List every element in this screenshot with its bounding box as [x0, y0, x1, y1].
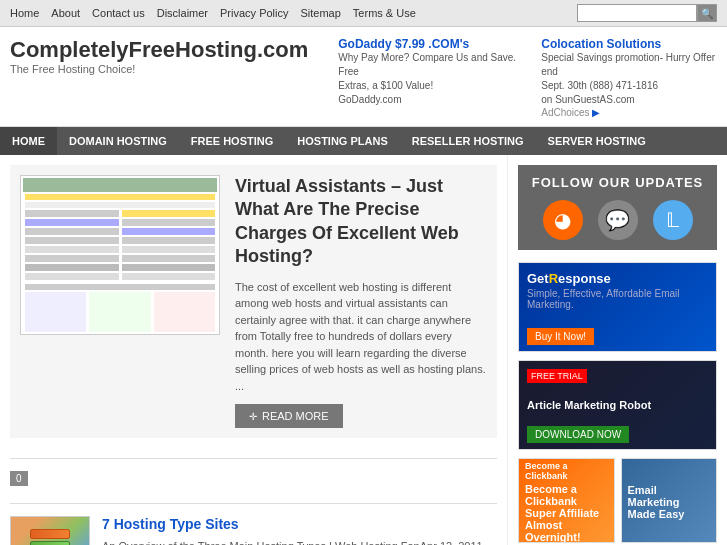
rss-icon[interactable]: ◕: [543, 200, 583, 240]
getresponse-tagline: Simple, Effective, Affordable Email Mark…: [527, 288, 708, 310]
article-thumb-image: [10, 516, 90, 545]
nav-disclaimer[interactable]: Disclaimer: [157, 7, 208, 19]
top-navigation: Home About Contact us Disclaimer Privacy…: [0, 0, 727, 27]
follow-updates-box: FOLLOW OUR UPDATES ◕ 💬 𝕃: [518, 165, 717, 250]
clickbank-label: Become a Clickbank: [525, 461, 608, 481]
nav-about[interactable]: About: [51, 7, 80, 19]
clickbank-ad-content: Become a Clickbank Become a Clickbank Su…: [519, 459, 614, 543]
featured-title: Virtual Assistants – Just What Are The P…: [235, 175, 487, 269]
nav-home[interactable]: Home: [10, 7, 39, 19]
adchoices: AdChoices ▶: [541, 107, 717, 118]
mainnav-free[interactable]: FREE HOSTING: [179, 127, 286, 155]
mainnav-plans[interactable]: HOSTING PLANS: [285, 127, 399, 155]
mainnav-reseller[interactable]: RESELLER HOSTING: [400, 127, 536, 155]
nav-privacy[interactable]: Privacy Policy: [220, 7, 288, 19]
twitter-icon[interactable]: 𝕃: [653, 200, 693, 240]
getresponse-logo: GetResponse: [527, 271, 708, 286]
top-nav-links: Home About Contact us Disclaimer Privacy…: [10, 7, 416, 19]
colocation-link[interactable]: Colocation Solutions: [541, 37, 661, 51]
mainnav-server[interactable]: SERVER HOSTING: [536, 127, 658, 155]
godaddy-line2: Extras, a $100 Value!: [338, 79, 521, 93]
bottom-sidebar-ads: Become a Clickbank Become a Clickbank Su…: [518, 458, 717, 543]
article-title[interactable]: 7 Hosting Type Sites: [102, 516, 497, 532]
email-marketing-ad[interactable]: Email Marketing Made Easy: [621, 458, 718, 543]
nav-sitemap[interactable]: Sitemap: [301, 7, 341, 19]
article-excerpt: An Overview of the Three Main Hosting Ty…: [102, 538, 497, 545]
article-item: 0: [10, 458, 497, 503]
nav-contact[interactable]: Contact us: [92, 7, 145, 19]
read-more-button[interactable]: READ MORE: [235, 404, 343, 428]
sidebar-ads: GetResponse Simple, Effective, Affordabl…: [518, 262, 717, 543]
screenshot-preview: [20, 175, 220, 335]
content-wrapper: Virtual Assistants – Just What Are The P…: [0, 155, 727, 545]
sidebar: FOLLOW OUR UPDATES ◕ 💬 𝕃 GetResponse Sim…: [507, 155, 727, 545]
free-trial-badge: FREE TRIAL: [527, 369, 587, 383]
email-marketing-title: Email Marketing Made Easy: [628, 484, 711, 520]
article-thumbnail: [10, 516, 90, 545]
getresponse-cta-button[interactable]: Buy It Now!: [527, 328, 594, 345]
nav-terms[interactable]: Terms & Use: [353, 7, 416, 19]
article-robot-cta-button[interactable]: DOWNLOAD NOW: [527, 426, 629, 443]
search-input[interactable]: [577, 4, 697, 22]
mainnav-domain[interactable]: DOMAIN HOSTING: [57, 127, 179, 155]
site-logo: CompletelyFreeHosting.com The Free Hosti…: [10, 37, 308, 75]
mainnav-home[interactable]: HOME: [0, 127, 57, 155]
article-robot-title: Article Marketing Robot: [527, 399, 708, 411]
follow-title: FOLLOW OUR UPDATES: [528, 175, 707, 190]
article-robot-ad[interactable]: FREE TRIAL Article Marketing Robot DOWNL…: [518, 360, 717, 450]
godaddy-link[interactable]: GoDaddy $7.99 .COM's: [338, 37, 469, 51]
godaddy-line3: GoDaddy.com: [338, 93, 521, 107]
article-row: 7 Hosting Type Sites An Overview of the …: [10, 503, 497, 545]
site-header: CompletelyFreeHosting.com The Free Hosti…: [0, 27, 727, 127]
logo-title: CompletelyFreeHosting.com: [10, 37, 308, 63]
adchoices-label: AdChoices: [541, 107, 589, 118]
main-navigation: HOME DOMAIN HOSTING FREE HOSTING HOSTING…: [0, 127, 727, 155]
colocation-line3: on SunGuestAS.com: [541, 93, 717, 107]
article-count-badge: 0: [10, 471, 28, 486]
getresponse-ad[interactable]: GetResponse Simple, Effective, Affordabl…: [518, 262, 717, 352]
colocation-line2: Sept. 30th (888) 471-1816: [541, 79, 717, 93]
clickbank-ad[interactable]: Become a Clickbank Become a Clickbank Su…: [518, 458, 615, 543]
main-content: Virtual Assistants – Just What Are The P…: [0, 155, 507, 545]
article-robot-ad-content: FREE TRIAL Article Marketing Robot DOWNL…: [519, 361, 716, 450]
featured-article: Virtual Assistants – Just What Are The P…: [10, 165, 497, 438]
adchoices-arrow-icon: ▶: [592, 107, 600, 118]
featured-body: The cost of excellent web hosting is dif…: [235, 279, 487, 395]
top-search-bar: 🔍: [577, 4, 717, 22]
search-button[interactable]: 🔍: [697, 4, 717, 22]
getresponse-ad-content: GetResponse Simple, Effective, Affordabl…: [519, 263, 716, 352]
counter-badge-wrapper: 0: [10, 471, 28, 491]
article-body: 7 Hosting Type Sites An Overview of the …: [102, 516, 497, 545]
header-ads: GoDaddy $7.99 .COM's Why Pay More? Compa…: [338, 37, 717, 118]
header-ad-colocation: Colocation Solutions Special Savings pro…: [541, 37, 717, 118]
colocation-line1: Special Savings promotion- Hurry Offer e…: [541, 51, 717, 79]
featured-image: [20, 175, 220, 428]
logo-tagline: The Free Hosting Choice!: [10, 63, 308, 75]
header-ad-godaddy: GoDaddy $7.99 .COM's Why Pay More? Compa…: [338, 37, 521, 118]
follow-icons: ◕ 💬 𝕃: [528, 200, 707, 240]
clickbank-tagline: Become a Clickbank Super Affiliate Almos…: [525, 483, 608, 543]
comment-icon[interactable]: 💬: [598, 200, 638, 240]
godaddy-line1: Why Pay More? Compare Us and Save. Free: [338, 51, 521, 79]
email-marketing-ad-content: Email Marketing Made Easy: [622, 459, 717, 543]
featured-text: Virtual Assistants – Just What Are The P…: [235, 175, 487, 428]
